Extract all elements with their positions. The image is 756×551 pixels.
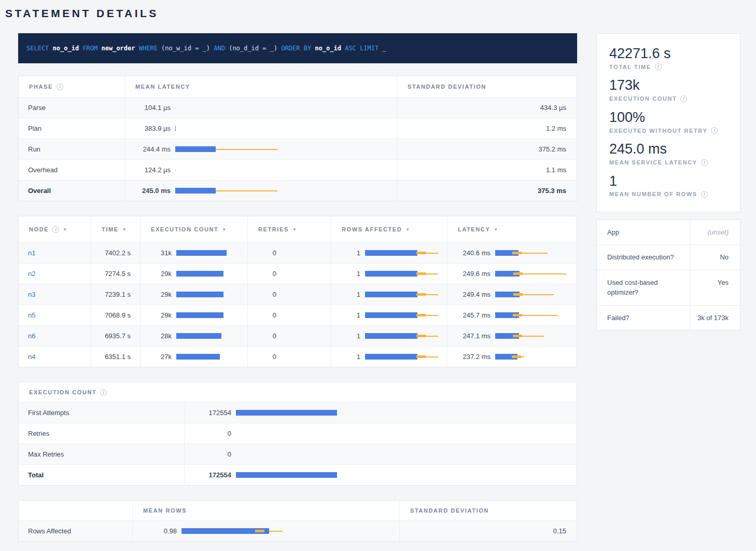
sort-caret-icon[interactable]: ▼ [494, 227, 498, 232]
execution-count-bar [176, 354, 227, 360]
node-link[interactable]: n5 [28, 311, 35, 319]
sql-identifier: new_order [102, 45, 139, 52]
phase-col-header[interactable]: PHASE i [19, 76, 125, 97]
node-table-header: NODE i ▼ TIME ▼ EXECUTION COUNT ▼ RETRIE… [19, 216, 577, 242]
retries-col-header[interactable]: RETRIES ▼ [248, 216, 331, 242]
node-row: n2 7274.5 s 29k 0 1 249.6 ms [19, 263, 577, 284]
execution-count-row-label: First Attempts [19, 403, 185, 423]
node-row: n1 7402.2 s 31k 0 1 240.6 ms [19, 242, 577, 263]
node-col-header[interactable]: NODE i ▼ [19, 216, 91, 242]
sql-keyword: WHERE [139, 45, 161, 52]
stat-label: EXECUTED WITHOUT RETRY [609, 128, 707, 134]
detail-label: Used cost-based optimizer? [597, 270, 690, 305]
mean-latency-col-header[interactable]: MEAN LATENCY [125, 76, 397, 97]
execution-count-value: 29k [141, 311, 172, 319]
execution-count-row-total: Total 172554 [19, 464, 577, 485]
execution-count-row-label: Retries [19, 423, 185, 444]
node-link[interactable]: n4 [28, 353, 35, 361]
phase-row: Overhead 124.2 µs 1.1 ms [19, 159, 577, 180]
sql-keyword: FROM [82, 45, 101, 52]
rows-affected-col-header[interactable]: ROWS AFFECTED ▼ [331, 216, 447, 242]
rows-affected-bar [365, 271, 443, 277]
node-link[interactable]: n2 [28, 270, 35, 278]
execution-count-row-value: 172554 [185, 471, 231, 479]
phase-name: Parse [19, 98, 125, 118]
retries-value: 0 [248, 249, 276, 257]
phase-name: Overhead [19, 160, 125, 180]
statement-details-card: App (unset) Distributed execution? No Us… [596, 219, 740, 331]
stat-mean-service-latency: 245.0 ms MEAN SERVICE LATENCYi [609, 141, 727, 166]
execution-count-table: EXECUTION COUNT i First Attempts 172554 … [18, 382, 577, 486]
sql-expression: _ [382, 45, 386, 52]
node-col-label: NODE [29, 226, 49, 232]
stat-execution-count: 173k EXECUTION COUNTi [609, 77, 727, 102]
latency-bar [495, 333, 568, 339]
sort-caret-icon[interactable]: ▼ [63, 227, 67, 232]
stddev-value: 375.2 ms [397, 139, 577, 159]
stat-label: MEAN NUMBER OF ROWS [609, 191, 697, 197]
info-icon[interactable]: i [701, 159, 708, 166]
node-link[interactable]: n6 [28, 332, 35, 340]
info-icon[interactable]: i [701, 191, 708, 198]
execution-count-row-bar [236, 472, 337, 478]
retries-value: 0 [248, 270, 276, 278]
detail-row-app: App (unset) [597, 220, 740, 245]
mean-latency-value: 104.1 µs [125, 104, 171, 112]
sql-keyword: ASC LIMIT [345, 45, 382, 52]
sort-caret-icon[interactable]: ▼ [222, 227, 226, 232]
sort-caret-icon[interactable]: ▼ [122, 227, 127, 232]
node-link[interactable]: n3 [28, 291, 35, 298]
detail-row-failed: Failed? 3k of 173k [597, 306, 740, 330]
stddev-col-header[interactable]: STANDARD DEVIATION [397, 76, 577, 97]
stat-executed-without-retry: 100% EXECUTED WITHOUT RETRYi [609, 109, 727, 134]
execution-count-row-value: 0 [185, 430, 231, 437]
execution-count-title-label: EXECUTION COUNT [29, 389, 96, 395]
sql-keyword: SELECT [26, 45, 53, 52]
mean-latency-value: 244.4 ms [125, 145, 171, 153]
node-table: NODE i ▼ TIME ▼ EXECUTION COUNT ▼ RETRIE… [18, 216, 577, 367]
latency-bar [495, 292, 568, 297]
sort-caret-icon[interactable]: ▼ [405, 227, 410, 232]
page-layout: SELECT no_o_id FROM new_order WHERE (no_… [18, 33, 740, 542]
rows-affected-row: Rows Affected 0.98 0.15 [19, 520, 577, 541]
page-title: STATEMENT DETAILS [5, 7, 740, 20]
info-icon[interactable]: i [711, 127, 718, 134]
summary-sidebar: 42271.6 s TOTAL TIMEi 173k EXECUTION COU… [596, 33, 740, 330]
retries-value: 0 [248, 353, 276, 361]
latency-value: 237.2 ms [447, 353, 491, 361]
detail-value: Yes [690, 270, 740, 305]
stat-mean-number-of-rows: 1 MEAN NUMBER OF ROWSi [609, 173, 727, 198]
retries-value: 0 [248, 291, 276, 298]
rows-affected-empty-header [19, 501, 133, 520]
mean-rows-value: 0.98 [133, 527, 177, 535]
execution-count-value: 27k [141, 353, 172, 361]
stddev-col-label: STANDARD DEVIATION [410, 507, 489, 514]
node-row: n3 7239.1 s 29k 0 1 249.4 ms [19, 284, 577, 305]
time-col-header[interactable]: TIME ▼ [91, 216, 141, 242]
time-value: 7068.9 s [91, 305, 141, 325]
info-icon[interactable]: i [57, 84, 63, 90]
rows-affected-table-body: Rows Affected 0.98 0.15 [19, 520, 577, 541]
node-row: n4 6351.1 s 27k 0 1 237.2 ms [19, 346, 577, 367]
info-icon[interactable]: i [52, 226, 59, 233]
execution-count-value: 31k [141, 249, 172, 257]
time-value: 6935.7 s [91, 326, 141, 346]
rows-affected-bar [365, 292, 443, 297]
sql-identifier: no_o_id [315, 45, 345, 52]
latency-col-header[interactable]: LATENCY ▼ [447, 216, 577, 242]
time-value: 6351.1 s [91, 347, 141, 367]
stat-value: 1 [609, 173, 727, 189]
info-icon[interactable]: i [655, 63, 662, 70]
rows-affected-value: 1 [331, 353, 360, 361]
node-link[interactable]: n1 [28, 249, 35, 257]
mean-rows-col-header: MEAN ROWS [133, 501, 400, 520]
info-icon[interactable]: i [680, 95, 687, 102]
stat-value: 245.0 ms [609, 141, 727, 157]
latency-col-label: LATENCY [458, 226, 490, 232]
retries-value: 0 [248, 332, 276, 340]
sort-caret-icon[interactable]: ▼ [292, 227, 297, 232]
stat-value: 100% [609, 109, 727, 126]
info-icon[interactable]: i [100, 389, 107, 396]
execution-count-col-header[interactable]: EXECUTION COUNT ▼ [141, 216, 248, 242]
summary-stats-card: 42271.6 s TOTAL TIMEi 173k EXECUTION COU… [596, 33, 740, 212]
